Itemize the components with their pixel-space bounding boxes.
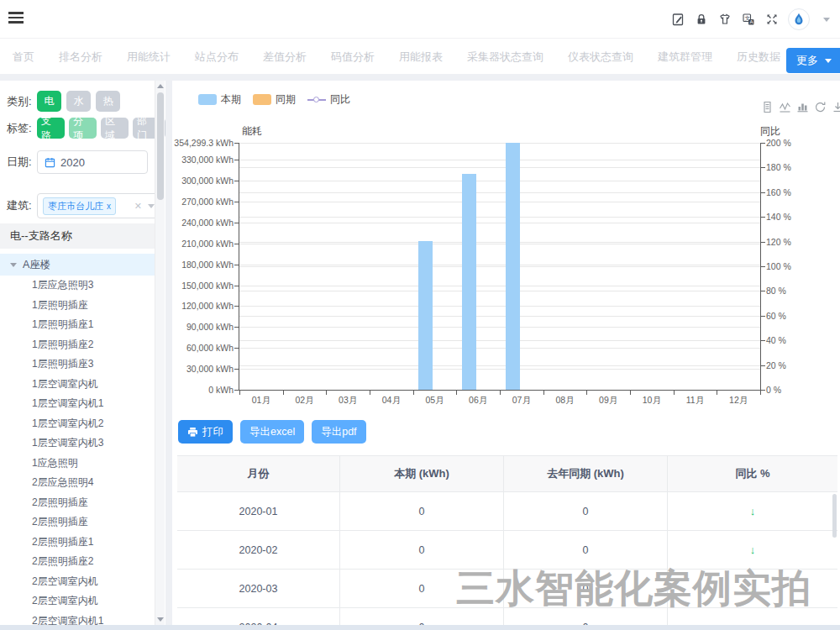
tree-item[interactable]: 2层照明插座 — [0, 512, 155, 533]
tag-pill-分项[interactable]: 分项 — [69, 118, 97, 139]
building-tag-close-icon[interactable]: x — [107, 202, 111, 211]
tree-item[interactable]: 2层照明插座 — [0, 493, 155, 513]
legend-label: 本期 — [221, 92, 241, 107]
legend-item-本期[interactable]: 本期 — [198, 92, 241, 107]
line-chart-icon[interactable] — [779, 101, 791, 113]
tree-item[interactable]: 1层应急照明3 — [0, 276, 155, 296]
tab-label: 采集器状态查询 — [467, 50, 543, 63]
left-axis-tick-label: 354,299.3 kWh — [172, 138, 234, 148]
table-scrollbar-thumb[interactable] — [832, 494, 837, 538]
yoy-down-arrow: ↓ — [668, 492, 837, 530]
legend-item-同期[interactable]: 同期 — [253, 92, 296, 107]
tab-3[interactable]: 用能统计 — [127, 39, 171, 75]
gridline — [239, 266, 760, 267]
gridline — [239, 327, 760, 328]
export-pdf-button[interactable]: 导出pdf — [312, 420, 365, 444]
tree-item[interactable]: 1层照明插座 — [0, 296, 155, 316]
building-select[interactable]: 枣庄市台儿庄 x ✕ — [37, 193, 161, 218]
tree-item[interactable]: 1层照明插座3 — [0, 354, 155, 375]
select-clear-icon[interactable]: ✕ — [134, 201, 142, 212]
tag-filter-row: 标签: 支路分项区域部门设备 — [7, 118, 165, 139]
scroll-down-icon[interactable] — [157, 617, 164, 622]
export-excel-button[interactable]: 导出excel — [240, 420, 304, 444]
category-pill-水[interactable]: 水 — [66, 91, 91, 112]
right-axis-tick — [760, 242, 765, 243]
tree-caret-icon[interactable] — [10, 263, 17, 267]
tree-item[interactable]: 1层空调室内机1 — [0, 394, 155, 414]
language-icon[interactable]: 文 A — [741, 12, 756, 27]
bar-本期-05月[interactable] — [418, 241, 433, 390]
tab-label: 建筑群管理 — [658, 50, 712, 63]
table-cell: 2020-01 — [177, 492, 340, 530]
legend-label: 同期 — [276, 92, 296, 107]
tab-10[interactable]: 建筑群管理 — [658, 39, 712, 75]
more-button-label: 更多 — [796, 53, 818, 68]
tree-node-root[interactable]: A座楼 — [0, 254, 155, 276]
left-axis-tick-label: 240,000 kWh — [172, 218, 234, 228]
date-input[interactable]: 2020 — [37, 150, 148, 174]
download-icon[interactable] — [832, 101, 840, 113]
tree-item[interactable]: 2层空调室内机1 — [0, 612, 155, 626]
category-pill-热[interactable]: 热 — [96, 91, 120, 112]
tab-11[interactable]: 历史数据 — [737, 39, 780, 75]
tag-pill-支路[interactable]: 支路 — [37, 118, 65, 139]
tab-5[interactable]: 差值分析 — [263, 39, 307, 75]
lock-icon[interactable] — [694, 12, 709, 27]
tree-item[interactable]: 1应急照明 — [0, 454, 155, 474]
x-axis-tick-label: 04月 — [370, 395, 413, 407]
tree-item[interactable]: 1层照明插座2 — [0, 335, 155, 355]
tag-pill-设备[interactable]: 设备 — [165, 118, 165, 139]
tab-6[interactable]: 码值分析 — [331, 39, 375, 75]
right-axis-tick-label: 180 % — [766, 162, 808, 172]
tree-item[interactable]: 2层照明插座1 — [0, 533, 155, 553]
legend-item-同比[interactable]: 同比 — [307, 92, 350, 107]
building-label: 建筑: — [7, 198, 37, 213]
scroll-up-icon[interactable] — [157, 84, 164, 88]
app-logo[interactable] — [788, 8, 810, 30]
fullscreen-icon[interactable] — [764, 12, 780, 27]
tab-2[interactable]: 排名分析 — [59, 39, 102, 75]
tree-item[interactable]: 2层空调室内机 — [0, 591, 155, 612]
tab-9[interactable]: 仪表状态查询 — [568, 39, 633, 75]
left-axis-tick-label: 330,000 kWh — [172, 155, 234, 165]
x-axis-tick-label: 08月 — [543, 395, 587, 407]
table-row[interactable]: 2020-0100↓ — [177, 492, 837, 531]
tree-item[interactable]: 2层空调室内机 — [0, 572, 155, 592]
tab-label: 用能统计 — [127, 50, 171, 63]
sidebar-scrollbar[interactable] — [155, 81, 165, 625]
edit-note-icon[interactable] — [670, 12, 685, 27]
tree-item[interactable]: 2层照明插座2 — [0, 552, 155, 572]
sidebar-scrollbar-thumb[interactable] — [157, 92, 164, 200]
menu-icon[interactable] — [8, 12, 24, 25]
refresh-icon[interactable] — [814, 101, 827, 113]
right-axis-tick — [760, 291, 765, 291]
theme-icon[interactable] — [717, 12, 732, 27]
left-axis-tick-label: 300,000 kWh — [172, 176, 234, 186]
x-axis-tick-label: 03月 — [326, 395, 370, 407]
tree-item[interactable]: 1层空调室内机2 — [0, 414, 155, 434]
gridline — [239, 286, 760, 286]
data-view-icon[interactable] — [761, 101, 774, 113]
tab-7[interactable]: 用能报表 — [399, 39, 443, 75]
tree-item[interactable]: 1层空调室内机3 — [0, 433, 155, 454]
tab-4[interactable]: 站点分布 — [195, 39, 239, 75]
bar-本期-07月[interactable] — [506, 143, 520, 390]
bar-本期-06月[interactable] — [462, 174, 476, 390]
category-pill-电[interactable]: 电 — [37, 91, 61, 112]
export-actions: 打印 导出excel 导出pdf — [178, 420, 366, 444]
x-axis-tick-label: 07月 — [500, 395, 543, 407]
tag-pill-区域[interactable]: 区域 — [101, 118, 129, 139]
tab-8[interactable]: 采集器状态查询 — [467, 39, 543, 75]
print-button[interactable]: 打印 — [178, 420, 233, 444]
legend-swatch — [253, 94, 271, 105]
tab-label: 首页 — [13, 50, 34, 63]
bar-chart-icon[interactable] — [796, 101, 809, 113]
tree-item[interactable]: 1层照明插座1 — [0, 315, 155, 335]
tab-1[interactable]: 首页 — [13, 39, 34, 75]
tree-item[interactable]: 2层应急照明4 — [0, 473, 155, 493]
more-button[interactable]: 更多 — [786, 48, 840, 73]
header-chevron-down-icon[interactable] — [818, 12, 833, 27]
horizontal-scrollbar[interactable] — [0, 625, 840, 630]
tree-item[interactable]: 1层空调室内机 — [0, 375, 155, 395]
tab-label: 站点分布 — [195, 50, 239, 63]
